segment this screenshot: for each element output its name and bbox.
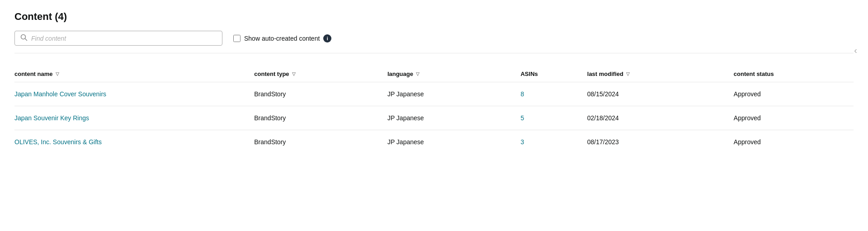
table-row: Japan Souvenir Key Rings BrandStory JP J…: [14, 106, 854, 130]
col-header-content-name: content name ▽: [14, 66, 254, 82]
asin-count[interactable]: 8: [520, 90, 524, 98]
cell-last-modified: 08/17/2023: [587, 130, 734, 154]
table-row: Japan Manhole Cover Souvenirs BrandStory…: [14, 82, 854, 106]
cell-asins: 5: [520, 106, 587, 130]
cell-asins: 8: [520, 82, 587, 106]
sort-icon-last-modified[interactable]: ▽: [626, 71, 630, 76]
cell-content-type: BrandStory: [254, 106, 387, 130]
content-name-link[interactable]: Japan Souvenir Key Rings: [14, 114, 89, 122]
asin-count[interactable]: 3: [520, 138, 524, 146]
cell-content-status: Approved: [734, 106, 854, 130]
info-icon[interactable]: i: [323, 34, 331, 42]
cell-content-name: OLIVES, Inc. Souvenirs & Gifts: [14, 130, 254, 154]
cell-last-modified: 08/15/2024: [587, 82, 734, 106]
table-header-row: content name ▽ content type ▽ language: [14, 66, 854, 82]
cell-content-type: BrandStory: [254, 82, 387, 106]
sort-icon-content-type[interactable]: ▽: [292, 71, 296, 76]
sort-icon-content-name[interactable]: ▽: [56, 71, 59, 76]
col-header-last-modified: last modified ▽: [587, 66, 734, 82]
sort-icon-language[interactable]: ▽: [416, 71, 420, 76]
cell-content-type: BrandStory: [254, 130, 387, 154]
page-title: Content (4): [14, 11, 854, 23]
content-table-container: content name ▽ content type ▽ language: [14, 66, 854, 154]
cell-language: JP Japanese: [387, 130, 521, 154]
cell-asins: 3: [520, 130, 587, 154]
cell-content-name: Japan Manhole Cover Souvenirs: [14, 82, 254, 106]
show-auto-created-checkbox[interactable]: [233, 35, 241, 42]
col-header-content-status: content status: [734, 66, 854, 82]
cell-last-modified: 02/18/2024: [587, 106, 734, 130]
content-table: content name ▽ content type ▽ language: [14, 66, 854, 154]
content-name-link[interactable]: OLIVES, Inc. Souvenirs & Gifts: [14, 138, 102, 146]
svg-line-1: [25, 39, 27, 41]
search-container: [14, 31, 222, 46]
cell-language: JP Japanese: [387, 106, 521, 130]
col-header-content-type: content type ▽: [254, 66, 387, 82]
cell-content-status: Approved: [734, 130, 854, 154]
content-name-link[interactable]: Japan Manhole Cover Souvenirs: [14, 90, 106, 98]
show-auto-created-text: Show auto-created content: [244, 35, 320, 42]
collapse-button[interactable]: ‹: [854, 45, 857, 56]
cell-language: JP Japanese: [387, 82, 521, 106]
table-row: OLIVES, Inc. Souvenirs & Gifts BrandStor…: [14, 130, 854, 154]
asin-count[interactable]: 5: [520, 114, 524, 122]
search-icon: [20, 34, 28, 42]
search-input[interactable]: [31, 35, 217, 42]
show-auto-created-label[interactable]: Show auto-created content i: [233, 34, 331, 42]
page-container: Content (4) Show auto-created content i …: [0, 0, 868, 231]
toolbar: Show auto-created content i: [14, 31, 854, 53]
col-header-asins: ASINs: [520, 66, 587, 82]
cell-content-name: Japan Souvenir Key Rings: [14, 106, 254, 130]
cell-content-status: Approved: [734, 82, 854, 106]
col-header-language: language ▽: [387, 66, 521, 82]
